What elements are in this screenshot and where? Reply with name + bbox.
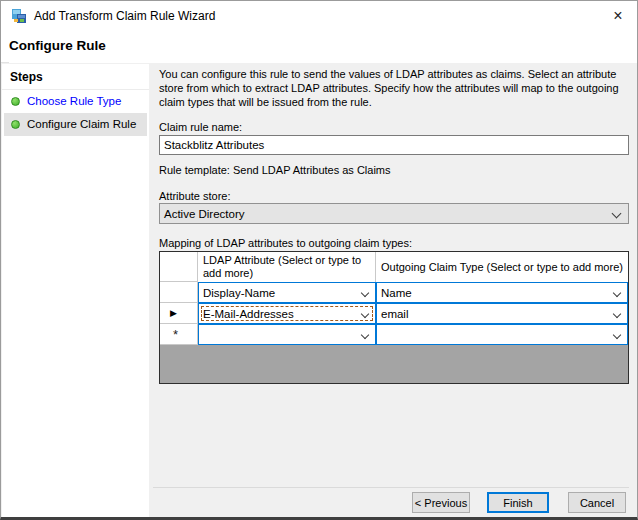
ldap-attribute-value: Display-Name bbox=[203, 287, 275, 299]
table-row: * bbox=[160, 324, 628, 345]
table-row: Display-Name Name bbox=[160, 282, 628, 303]
step-complete-icon bbox=[11, 97, 20, 106]
claim-rule-name-label: Claim rule name: bbox=[159, 121, 242, 133]
step-label: Configure Claim Rule bbox=[27, 118, 136, 130]
row-header[interactable]: * bbox=[160, 324, 198, 345]
claim-rule-name-input[interactable] bbox=[159, 135, 629, 155]
outgoing-claim-dropdown[interactable]: email bbox=[376, 303, 628, 324]
close-button[interactable]: × bbox=[605, 4, 631, 28]
sidebar-item-configure-claim-rule[interactable]: Configure Claim Rule bbox=[4, 113, 147, 136]
chevron-down-icon bbox=[613, 331, 621, 339]
ldap-attribute-column-header[interactable]: LDAP Attribute (Select or type to add mo… bbox=[198, 252, 376, 282]
close-icon: × bbox=[613, 7, 622, 24]
attribute-store-dropdown[interactable]: Active Directory bbox=[159, 203, 629, 224]
chevron-down-icon bbox=[613, 289, 621, 297]
table-corner-cell bbox=[160, 252, 198, 282]
chevron-down-icon bbox=[361, 331, 369, 339]
table-row: ▶ E-Mail-Addresses email bbox=[160, 303, 628, 324]
new-row-indicator: * bbox=[173, 327, 178, 342]
outgoing-claim-dropdown[interactable] bbox=[376, 324, 628, 345]
ldap-attribute-dropdown[interactable] bbox=[198, 324, 376, 345]
wizard-icon bbox=[11, 8, 27, 24]
step-label: Choose Rule Type bbox=[27, 95, 121, 107]
row-header[interactable] bbox=[160, 282, 198, 303]
chevron-down-icon bbox=[612, 209, 622, 219]
finish-button[interactable]: Finish bbox=[487, 492, 549, 513]
chevron-down-icon bbox=[361, 310, 369, 318]
steps-sidebar: Steps Choose Rule Type Configure Claim R… bbox=[2, 64, 149, 517]
mapping-label: Mapping of LDAP attributes to outgoing c… bbox=[159, 237, 412, 249]
outgoing-claim-value: email bbox=[381, 308, 408, 320]
ldap-attribute-dropdown[interactable]: Display-Name bbox=[198, 282, 376, 303]
ldap-attribute-dropdown[interactable]: E-Mail-Addresses bbox=[198, 303, 376, 324]
page-title: Configure Rule bbox=[9, 31, 637, 63]
outgoing-claim-column-header[interactable]: Outgoing Claim Type (Select or type to a… bbox=[376, 252, 628, 282]
cancel-button[interactable]: Cancel bbox=[568, 492, 626, 513]
attribute-store-value: Active Directory bbox=[164, 208, 245, 220]
ldap-attribute-value: E-Mail-Addresses bbox=[203, 308, 294, 320]
main-panel: You can configure this rule to send the … bbox=[149, 64, 636, 517]
table-header-row: LDAP Attribute (Select or type to add mo… bbox=[160, 252, 628, 282]
window-title: Add Transform Claim Rule Wizard bbox=[34, 9, 215, 23]
step-complete-icon bbox=[11, 120, 20, 129]
attribute-store-label: Attribute store: bbox=[159, 190, 231, 202]
footer-divider bbox=[153, 487, 629, 488]
title-bar: Add Transform Claim Rule Wizard × bbox=[1, 1, 637, 31]
steps-heading: Steps bbox=[2, 64, 149, 90]
previous-button[interactable]: < Previous bbox=[412, 492, 470, 513]
chevron-down-icon bbox=[613, 310, 621, 318]
outgoing-claim-dropdown[interactable]: Name bbox=[376, 282, 628, 303]
add-transform-claim-rule-wizard-window: Add Transform Claim Rule Wizard × Config… bbox=[0, 0, 638, 520]
outgoing-claim-value: Name bbox=[381, 287, 412, 299]
sidebar-item-choose-rule-type[interactable]: Choose Rule Type bbox=[4, 90, 147, 113]
rule-template-label: Rule template: Send LDAP Attributes as C… bbox=[159, 164, 391, 176]
description-text: You can configure this rule to send the … bbox=[159, 67, 637, 109]
chevron-down-icon bbox=[361, 289, 369, 297]
row-header[interactable]: ▶ bbox=[160, 303, 198, 324]
current-row-indicator: ▶ bbox=[170, 308, 177, 318]
mapping-table: LDAP Attribute (Select or type to add mo… bbox=[159, 251, 629, 384]
